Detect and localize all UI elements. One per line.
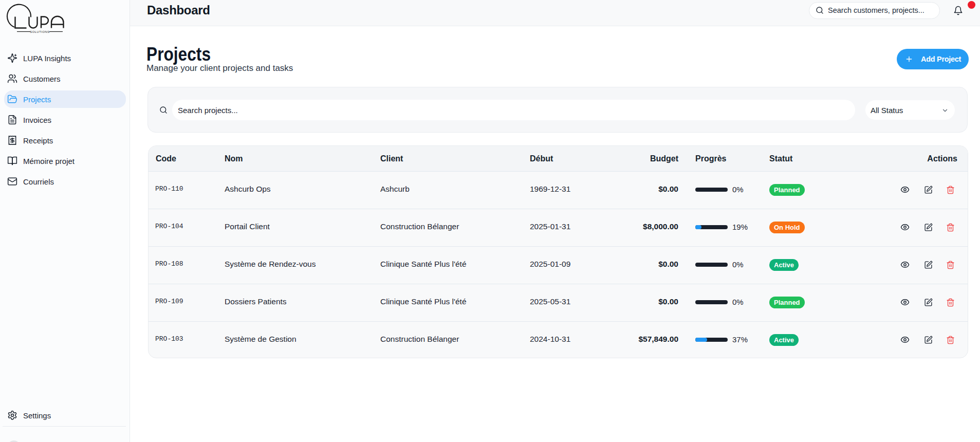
svg-text:SOLUTIONS: SOLUTIONS bbox=[30, 30, 49, 33]
